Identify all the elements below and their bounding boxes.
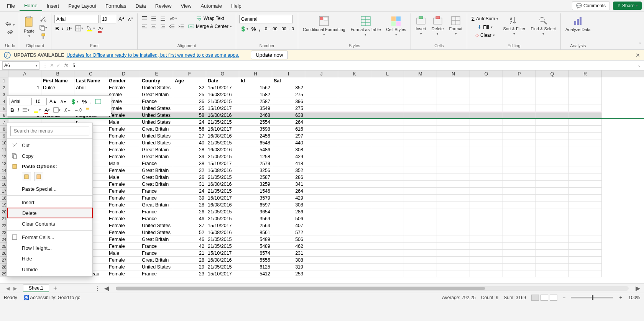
bold-button[interactable]: B: [54, 25, 60, 32]
align-top-button[interactable]: [141, 15, 148, 22]
cell[interactable]: 42: [173, 243, 206, 250]
cell[interactable]: [503, 264, 536, 270]
cell[interactable]: [371, 126, 404, 133]
cell[interactable]: [437, 91, 470, 98]
cell[interactable]: [404, 105, 437, 112]
cell[interactable]: [503, 222, 536, 229]
cell[interactable]: Female: [107, 229, 140, 236]
sort-filter-button[interactable]: AZSort & Filter▾: [501, 15, 527, 36]
cell[interactable]: 616: [272, 126, 305, 133]
comments-button[interactable]: 💬 Comments: [572, 1, 610, 10]
cell[interactable]: emale: [107, 91, 140, 98]
cell[interactable]: 15/10/2017: [206, 84, 239, 91]
cell[interactable]: 23: [173, 270, 206, 277]
cell[interactable]: [437, 77, 470, 84]
cell[interactable]: [470, 133, 503, 139]
wrap-text-button[interactable]: Wrap Text: [187, 15, 233, 22]
cell[interactable]: [371, 257, 404, 264]
redo-button[interactable]: [5, 29, 14, 36]
cell[interactable]: 16/08/2016: [206, 133, 239, 139]
delete-cells-button[interactable]: Delete▾: [430, 15, 445, 36]
col-header-B[interactable]: B: [41, 70, 74, 77]
cell[interactable]: [371, 188, 404, 195]
cell[interactable]: 21: [173, 250, 206, 257]
ctx-format-cells[interactable]: Format Cells...: [7, 232, 92, 242]
menu-home[interactable]: Home: [20, 1, 42, 11]
cell[interactable]: 21/05/2015: [206, 139, 239, 146]
collapse-ribbon-button[interactable]: ⌄: [638, 40, 642, 45]
cell[interactable]: [536, 243, 569, 250]
cell[interactable]: [437, 257, 470, 264]
cell[interactable]: [305, 229, 338, 236]
cell[interactable]: [536, 195, 569, 201]
cell[interactable]: [404, 208, 437, 215]
cell[interactable]: [569, 119, 602, 126]
cell[interactable]: [371, 167, 404, 174]
cell[interactable]: [470, 84, 503, 91]
cell[interactable]: [503, 91, 536, 98]
cell[interactable]: 38: [173, 160, 206, 167]
cell[interactable]: [437, 126, 470, 133]
cell[interactable]: Great Britain: [140, 126, 173, 133]
cell[interactable]: Female: [107, 146, 140, 153]
cell[interactable]: 24: [173, 188, 206, 195]
cell[interactable]: [437, 160, 470, 167]
mini-table[interactable]: [94, 98, 102, 105]
cell[interactable]: Female: [107, 215, 140, 222]
cell[interactable]: [503, 84, 536, 91]
cell[interactable]: [569, 146, 602, 153]
cell[interactable]: [437, 188, 470, 195]
cell[interactable]: [569, 153, 602, 160]
cell[interactable]: [503, 188, 536, 195]
cell[interactable]: [404, 126, 437, 133]
fill-button[interactable]: ⬇Fill▾: [470, 23, 499, 31]
cell[interactable]: [404, 84, 437, 91]
cell[interactable]: 39: [173, 153, 206, 160]
ctx-paste-values[interactable]: [34, 172, 43, 181]
cell[interactable]: 15/10/2017: [206, 195, 239, 201]
cell[interactable]: [305, 160, 338, 167]
col-header-D[interactable]: D: [107, 70, 140, 77]
name-box[interactable]: A6▾: [2, 61, 39, 70]
cell[interactable]: 297: [272, 133, 305, 139]
cell[interactable]: 3259: [239, 181, 272, 188]
percent-format-button[interactable]: %: [251, 25, 257, 33]
cell[interactable]: [371, 77, 404, 84]
comma-format-button[interactable]: ,: [258, 25, 261, 33]
cell[interactable]: [305, 181, 338, 188]
cell[interactable]: [305, 188, 338, 195]
cell[interactable]: [437, 119, 470, 126]
enter-formula-button[interactable]: ✓: [56, 62, 61, 68]
cell[interactable]: Female: [107, 270, 140, 277]
cell[interactable]: [404, 250, 437, 257]
namebox-dropdown[interactable]: ⋮: [43, 62, 48, 68]
cell[interactable]: [437, 201, 470, 208]
cell[interactable]: [404, 195, 437, 201]
cell[interactable]: [470, 139, 503, 146]
cell[interactable]: [536, 250, 569, 257]
cell[interactable]: [404, 160, 437, 167]
cell[interactable]: [338, 257, 371, 264]
cell[interactable]: [503, 195, 536, 201]
cell[interactable]: 36: [173, 98, 206, 105]
cell[interactable]: 1: [8, 84, 41, 91]
cell[interactable]: [569, 195, 602, 201]
cell[interactable]: [305, 167, 338, 174]
cell[interactable]: United States: [140, 264, 173, 270]
cell[interactable]: [569, 229, 602, 236]
decrease-decimal-button[interactable]: .00→.0: [280, 26, 295, 32]
cell[interactable]: [338, 139, 371, 146]
align-middle-button[interactable]: [150, 15, 158, 22]
cell[interactable]: [503, 126, 536, 133]
cell[interactable]: [404, 77, 437, 84]
cell[interactable]: [371, 84, 404, 91]
cell[interactable]: [569, 222, 602, 229]
cell[interactable]: Country: [140, 77, 173, 84]
cell[interactable]: [437, 208, 470, 215]
borders-button[interactable]: ▾: [74, 25, 84, 32]
cell[interactable]: [536, 91, 569, 98]
cell[interactable]: [437, 174, 470, 181]
ctx-cut[interactable]: Cut: [7, 140, 92, 151]
mini-percent[interactable]: %: [81, 98, 87, 105]
cell[interactable]: 5489: [239, 243, 272, 250]
